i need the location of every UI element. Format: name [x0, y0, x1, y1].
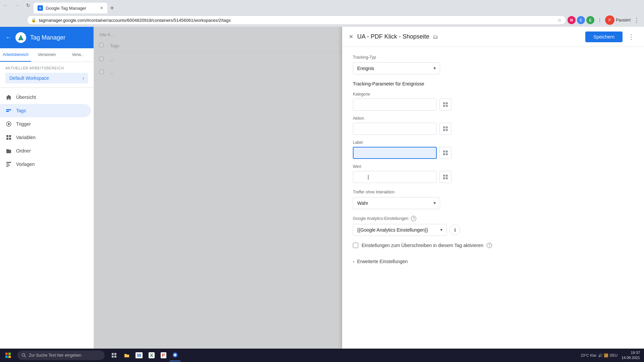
sidebar-item-variablen[interactable]: Variablen	[0, 131, 94, 144]
svg-rect-30	[446, 177, 448, 179]
override-label: Einstellungen zum Überschreiben in diese…	[362, 243, 483, 248]
back-btn[interactable]: ←	[0, 0, 11, 11]
svg-rect-12	[6, 164, 9, 164]
aktion-input[interactable]: Klick	[353, 123, 437, 135]
treffer-group: Treffer ohne Interaktion Wahr Falsch ▼	[353, 190, 633, 209]
svg-rect-33	[5, 356, 8, 358]
taskbar-items: W X P	[106, 349, 579, 361]
taskbar-item-ppt[interactable]: P	[158, 349, 169, 361]
ga-settings-select-wrapper: {{Google Analytics Einstellungen}} ▼	[353, 224, 447, 236]
ga-settings-select[interactable]: {{Google Analytics Einstellungen}}	[353, 224, 447, 236]
label-variable-btn[interactable]	[439, 147, 451, 159]
ext-2: C	[577, 16, 585, 24]
advanced-settings-row[interactable]: › Erweiterte Einstellungen	[353, 256, 633, 267]
sidebar-item-vorlagen[interactable]: Vorlagen	[0, 158, 94, 171]
modal-panel: ✕ UA - PDF Klick - Shopseite 🗂 Speichern…	[342, 27, 644, 349]
tab-verw[interactable]: Verw...	[62, 48, 94, 62]
modal-body: Tracking-Typ Ereignis Seitenansicht ▼	[342, 47, 644, 349]
treffer-select[interactable]: Wahr Falsch	[353, 197, 440, 209]
kategorie-input[interactable]: {{Konstante Variable - PDF Klick}}	[353, 99, 437, 111]
modal-close-btn[interactable]: ✕	[349, 34, 353, 40]
sidebar-item-label-ubersicht: Übersicht	[16, 95, 36, 100]
wert-group: Wert |	[353, 164, 633, 183]
svg-rect-29	[443, 177, 445, 179]
user-avatar[interactable]: P	[605, 15, 614, 25]
forward-btn[interactable]: →	[11, 0, 22, 11]
svg-rect-39	[112, 356, 114, 358]
tab[interactable]: G Google Tag Manager ✕	[34, 3, 107, 13]
browser-chrome: ← → ↻ G Google Tag Manager ✕ +	[0, 0, 644, 13]
svg-rect-21	[443, 129, 445, 131]
ga-settings-info-icon[interactable]: ?	[411, 216, 416, 221]
start-button[interactable]	[0, 349, 16, 362]
svg-rect-25	[443, 153, 445, 155]
modal-more-button[interactable]: ⋮	[625, 31, 637, 43]
save-button[interactable]: Speichern	[585, 32, 623, 42]
new-tab-button[interactable]: +	[107, 3, 117, 13]
workspace-section: AKTUELLER ARBEITSBEREICH Default Workspa…	[0, 62, 94, 88]
sidebar-item-ordner[interactable]: Ordner	[0, 144, 94, 158]
wert-variable-btn[interactable]	[439, 171, 451, 183]
kategorie-label: Kategorie	[353, 92, 633, 97]
label-field-label: Label	[353, 140, 633, 145]
taskbar-item-excel[interactable]: X	[146, 349, 157, 361]
ext-1: M	[568, 16, 576, 24]
modal-folder-icon[interactable]: 🗂	[433, 34, 438, 40]
variables-icon	[5, 134, 12, 141]
taskbar-search[interactable]: Zur Suche Text hier eingeben	[17, 351, 105, 360]
nav-tabs: Arbeitsbereich Versionen Verw...	[0, 48, 94, 62]
sidebar-item-ubersicht[interactable]: Übersicht	[0, 90, 94, 104]
treffer-label: Treffer ohne Interaktion	[353, 190, 633, 194]
browser-menu[interactable]: ⋮	[632, 15, 641, 25]
user-name: Pausiert	[616, 18, 631, 22]
svg-rect-37	[112, 353, 114, 355]
wert-input[interactable]	[353, 171, 437, 183]
expand-icon: ›	[353, 259, 355, 264]
svg-rect-18	[446, 105, 448, 107]
ext-more[interactable]: ⋮	[596, 16, 604, 24]
ga-settings-label: Google Analytics-Einstellungen	[353, 216, 408, 221]
workspace-item[interactable]: Default Workspace ›	[5, 73, 88, 83]
svg-rect-28	[446, 175, 448, 177]
lock-icon: 🔒	[31, 18, 36, 22]
sidebar-item-trigger[interactable]: Trigger	[0, 117, 94, 131]
back-icon[interactable]: ←	[5, 34, 11, 41]
tab-versionen[interactable]: Versionen	[31, 48, 62, 62]
tracking-type-select[interactable]: Ereignis Seitenansicht	[353, 62, 440, 74]
taskbar-item-word[interactable]: W	[133, 349, 145, 361]
svg-rect-34	[8, 356, 11, 358]
aktion-variable-btn[interactable]	[439, 123, 451, 135]
svg-rect-7	[6, 135, 8, 137]
ga-settings-info-btn[interactable]: ℹ	[449, 225, 460, 235]
address-bar[interactable]: 🔒 tagmanager.google.com/#container/accou…	[27, 15, 566, 25]
svg-rect-31	[5, 353, 8, 355]
folder-icon	[5, 147, 12, 154]
tab-arbeitsbereich[interactable]: Arbeitsbereich	[0, 48, 31, 62]
taskbar-item-explorer[interactable]	[121, 349, 132, 361]
svg-rect-10	[9, 138, 11, 140]
kategorie-variable-btn[interactable]	[439, 99, 451, 111]
sidebar-item-tags[interactable]: Tags	[0, 104, 91, 117]
tracking-type-label: Tracking-Typ	[353, 55, 633, 60]
override-checkbox[interactable]	[353, 243, 358, 248]
svg-rect-38	[114, 353, 116, 355]
svg-point-4	[10, 109, 11, 111]
clock-date: 14.09.2021	[622, 355, 640, 360]
taskbar-item-chrome[interactable]	[170, 349, 180, 361]
svg-rect-16	[446, 102, 448, 104]
lang-indicator: DEU	[610, 353, 618, 357]
override-info-icon[interactable]: ?	[487, 243, 492, 248]
label-input[interactable]: {{Click Text}}	[353, 147, 437, 159]
tracking-params-label: Tracking-Parameter für Ereignisse	[353, 81, 633, 86]
tab-close-icon[interactable]: ✕	[100, 6, 103, 10]
workspace-label: AKTUELLER ARBEITSBEREICH	[5, 66, 88, 70]
modal-title-text: UA - PDF Klick - Shopseite	[357, 33, 429, 40]
svg-rect-40	[114, 356, 116, 358]
svg-rect-17	[443, 105, 445, 107]
browser-controls: ← → ↻	[0, 0, 36, 13]
star-icon[interactable]: ☆	[557, 17, 562, 23]
taskbar-clock[interactable]: 19:37 14.09.2021	[619, 350, 643, 361]
reload-btn[interactable]: ↻	[23, 0, 34, 11]
taskbar-item-taskview[interactable]	[107, 349, 121, 361]
aktion-label: Aktion	[353, 116, 633, 121]
